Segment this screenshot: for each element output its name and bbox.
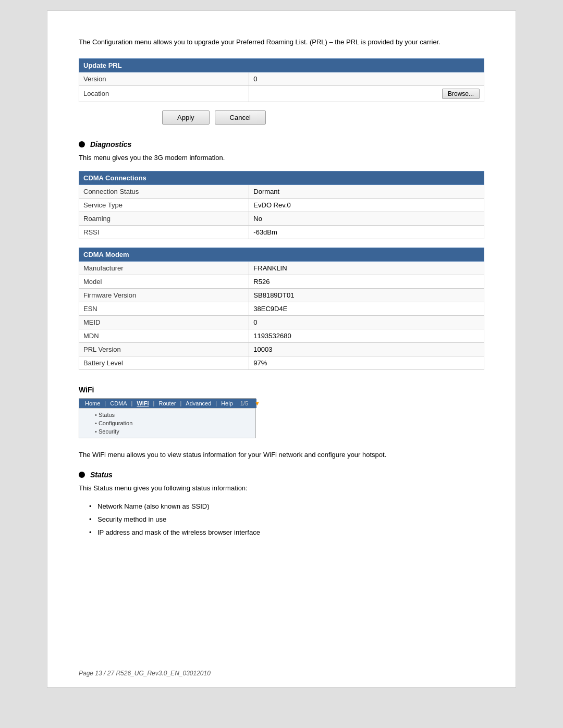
status-desc: This Status menu gives you following sta… [79, 483, 484, 494]
mini-nav-bar: Home | CDMA | WiFi | Router | Advanced |… [79, 399, 256, 408]
intro-text: The Configuration menu allows you to upg… [79, 37, 484, 48]
row-value: 10003 [249, 342, 484, 356]
nav-page: 1/5 [239, 400, 250, 406]
row-value: No [249, 212, 484, 225]
row-value: 97% [249, 356, 484, 369]
table-row: Location Browse... [79, 85, 484, 102]
row-label: Model [79, 275, 249, 288]
row-label: MDN [79, 329, 249, 342]
nav-wifi: WiFi [135, 400, 150, 406]
row-label: PRL Version [79, 342, 249, 356]
row-value: FRANKLIN [249, 261, 484, 275]
cdma-modem-header: CDMA Modem [79, 248, 484, 261]
row-label: Firmware Version [79, 288, 249, 302]
nav-router: Router [157, 400, 177, 406]
table-row: RoamingNo [79, 212, 484, 225]
diagnostics-bullet [79, 141, 85, 147]
wifi-nav-screenshot: Home | CDMA | WiFi | Router | Advanced |… [79, 398, 256, 438]
table-row: Connection StatusDormant [79, 184, 484, 198]
filter-icon: ▼ [253, 400, 262, 406]
row-label: Manufacturer [79, 261, 249, 275]
table-row: ModelR526 [79, 275, 484, 288]
diagnostics-title: Diagnostics [90, 140, 131, 149]
list-item: Network Name (also known as SSID) [89, 501, 484, 512]
nav-security: Security [95, 427, 251, 436]
nav-help: Help [219, 400, 235, 406]
nav-home: Home [83, 400, 102, 406]
table-row: RSSI-63dBm [79, 225, 484, 239]
table-row: Service TypeEvDO Rev.0 [79, 198, 484, 212]
version-label: Version [79, 72, 249, 85]
row-value: Dormant [249, 184, 484, 198]
cancel-button[interactable]: Cancel [215, 110, 266, 125]
row-value: 38EC9D4E [249, 302, 484, 315]
row-label: Connection Status [79, 184, 249, 198]
table-row: ManufacturerFRANKLIN [79, 261, 484, 275]
table-row: Battery Level97% [79, 356, 484, 369]
row-label: ESN [79, 302, 249, 315]
update-prl-table: Update PRL Version 0 Location Browse... [79, 58, 484, 102]
status-section-header: Status [79, 471, 484, 479]
nav-configuration: Configuration [95, 419, 251, 427]
apply-button[interactable]: Apply [162, 110, 210, 125]
diagnostics-section-header: Diagnostics [79, 140, 484, 149]
nav-status: Status [95, 411, 251, 419]
row-label: MEID [79, 315, 249, 329]
table-row: Version 0 [79, 72, 484, 85]
table-row: Firmware VersionSB8189DT01 [79, 288, 484, 302]
diagnostics-desc: This menu gives you the 3G modem informa… [79, 153, 484, 164]
row-value: -63dBm [249, 225, 484, 239]
table-row: MDN1193532680 [79, 329, 484, 342]
row-value: SB8189DT01 [249, 288, 484, 302]
page-container: The Configuration menu allows you to upg… [47, 10, 516, 688]
prl-button-row: Apply Cancel [162, 110, 484, 125]
update-prl-header: Update PRL [79, 58, 484, 72]
row-value: EvDO Rev.0 [249, 198, 484, 212]
nav-cdma: CDMA [108, 400, 128, 406]
location-value: Browse... [249, 85, 484, 102]
row-label: Battery Level [79, 356, 249, 369]
row-value: 1193532680 [249, 329, 484, 342]
page-footer: Page 13 / 27 R526_UG_Rev3.0_EN_03012010 [79, 670, 211, 677]
row-label: Roaming [79, 212, 249, 225]
nav-advanced: Advanced [184, 400, 213, 406]
location-label: Location [79, 85, 249, 102]
table-row: PRL Version10003 [79, 342, 484, 356]
cdma-connections-header: CDMA Connections [79, 171, 484, 184]
version-value: 0 [249, 72, 484, 85]
footer-text: Page 13 / 27 R526_UG_Rev3.0_EN_03012010 [79, 670, 211, 677]
wifi-heading: WiFi [79, 386, 484, 394]
list-item: Security method in use [89, 514, 484, 525]
row-label: RSSI [79, 225, 249, 239]
row-label: Service Type [79, 198, 249, 212]
row-value: 0 [249, 315, 484, 329]
row-value: R526 [249, 275, 484, 288]
table-row: ESN38EC9D4E [79, 302, 484, 315]
browse-button[interactable]: Browse... [442, 89, 480, 99]
cdma-modem-table: CDMA Modem ManufacturerFRANKLINModelR526… [79, 248, 484, 370]
table-row: MEID0 [79, 315, 484, 329]
cdma-connections-table: CDMA Connections Connection StatusDorman… [79, 171, 484, 239]
status-list: Network Name (also known as SSID)Securit… [89, 501, 484, 538]
wifi-desc: The WiFi menu allows you to view status … [79, 450, 484, 461]
status-bullet [79, 472, 85, 478]
status-title: Status [90, 471, 113, 479]
list-item: IP address and mask of the wireless brow… [89, 527, 484, 538]
nav-dropdown: Status Configuration Security [79, 408, 255, 438]
